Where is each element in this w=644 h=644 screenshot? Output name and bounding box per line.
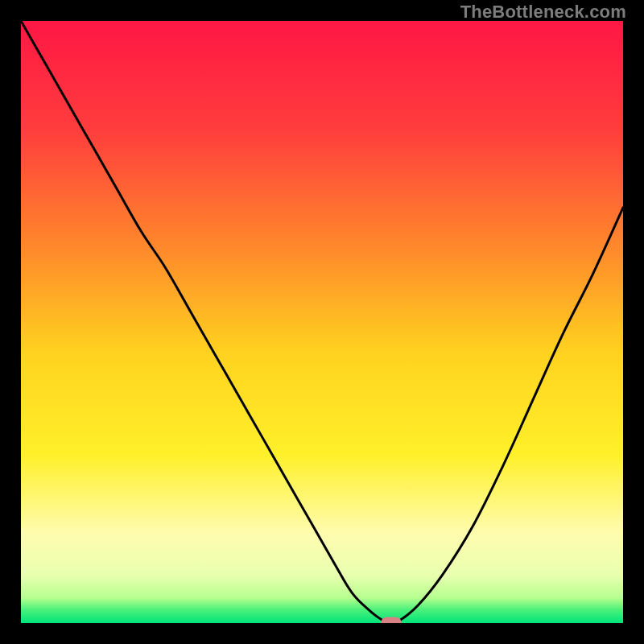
plot-area (21, 21, 623, 623)
optimal-point-marker (381, 617, 402, 624)
watermark-text: TheBottleneck.com (460, 2, 626, 23)
gradient-background (21, 21, 623, 623)
chart-frame: TheBottleneck.com (0, 0, 644, 644)
chart-canvas (21, 21, 623, 623)
